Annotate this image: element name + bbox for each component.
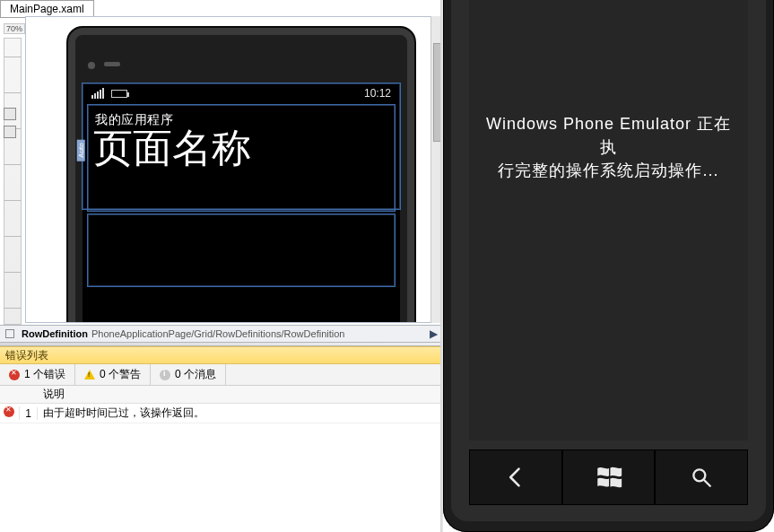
signal-icon xyxy=(91,88,104,99)
back-button[interactable] xyxy=(469,449,562,505)
svg-point-0 xyxy=(694,469,706,481)
designer-pane: MainPage.xaml 70% xyxy=(0,0,443,532)
error-icon xyxy=(4,406,14,417)
status-time: 10:12 xyxy=(364,87,391,100)
row-description: 由于超时时间已过，该操作返回。 xyxy=(38,406,443,421)
element-breadcrumb[interactable]: RowDefinition PhoneApplicationPage/Grid/… xyxy=(0,325,443,343)
start-button[interactable] xyxy=(562,449,656,505)
xaml-designer-surface[interactable]: 10:12 Auto 我的应用程序 页面名称 xyxy=(25,16,439,323)
phone-device-mockup: 10:12 Auto 我的应用程序 页面名称 xyxy=(66,26,416,323)
phone-speaker-icon xyxy=(104,62,120,66)
designer-side-tools[interactable] xyxy=(4,108,20,138)
breadcrumb-path[interactable]: PhoneApplicationPage/Grid/RowDefinitions… xyxy=(91,328,345,339)
chevron-right-icon[interactable]: ▶ xyxy=(430,327,438,340)
filter-errors-label: 1 个错误 xyxy=(24,367,65,382)
filter-warnings-label: 0 个警告 xyxy=(100,367,141,382)
app-title-text[interactable]: 我的应用程序 xyxy=(83,103,400,128)
phone-screen[interactable]: 10:12 Auto 我的应用程序 页面名称 xyxy=(83,83,400,323)
row-adorner-label: Auto xyxy=(77,139,85,161)
svg-line-1 xyxy=(704,480,710,486)
tool-icon[interactable] xyxy=(4,126,16,138)
warning-icon xyxy=(84,370,95,379)
phone-sensor-icon xyxy=(88,62,95,69)
error-list-table: 说明 1 由于超时时间已过，该操作返回。 xyxy=(0,386,443,423)
error-table-header[interactable]: 说明 xyxy=(0,386,443,404)
filter-messages[interactable]: 0 个消息 xyxy=(151,364,226,385)
file-tab[interactable]: MainPage.xaml xyxy=(0,0,94,18)
tool-icon[interactable] xyxy=(4,108,16,120)
info-icon xyxy=(160,370,170,380)
page-title-text[interactable]: 页面名称 xyxy=(83,128,400,177)
emulator-status-message: Windows Phone Emulator 正在执 行完整的操作系统启动操作.… xyxy=(469,112,748,182)
status-bar: 10:12 xyxy=(83,83,400,103)
search-button[interactable] xyxy=(655,449,748,505)
battery-icon xyxy=(111,90,127,98)
emulator-screen[interactable]: Windows Phone Emulator 正在执 行完整的操作系统启动操作.… xyxy=(469,0,748,440)
row-number: 1 xyxy=(20,407,38,420)
table-row[interactable]: 1 由于超时时间已过，该操作返回。 xyxy=(0,404,443,423)
filter-warnings[interactable]: 0 个警告 xyxy=(75,364,151,385)
emulator-device-frame: Windows Phone Emulator 正在执 行完整的操作系统启动操作.… xyxy=(443,0,774,532)
selection-outline-row2[interactable] xyxy=(88,214,395,286)
breadcrumb-element[interactable]: RowDefinition xyxy=(22,328,88,339)
error-list-title[interactable]: 错误列表 xyxy=(0,346,443,364)
emulator-pane: Windows Phone Emulator 正在执 行完整的操作系统启动操作.… xyxy=(443,0,774,532)
filter-messages-label: 0 个消息 xyxy=(175,367,216,382)
error-icon xyxy=(9,370,20,380)
col-description[interactable]: 说明 xyxy=(38,387,443,402)
filter-errors[interactable]: 1 个错误 xyxy=(0,364,75,385)
error-filter-bar: 1 个错误 0 个警告 0 个消息 xyxy=(0,364,443,386)
breadcrumb-icon xyxy=(5,329,14,338)
emulator-hw-buttons xyxy=(469,449,748,505)
zoom-level[interactable]: 70% xyxy=(4,23,25,34)
vertical-ruler xyxy=(4,38,22,325)
